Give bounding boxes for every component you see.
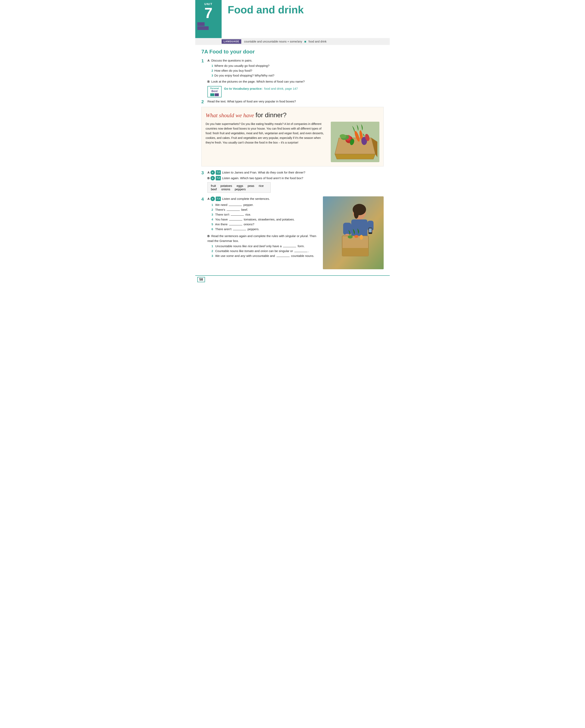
exercise-2-number: 2	[201, 99, 207, 105]
audio-label-7-2b: 7.2	[216, 176, 221, 180]
page-number: 58	[197, 277, 205, 282]
unit-steps-decoration	[195, 22, 222, 38]
italic-any: any	[240, 254, 245, 258]
italic-beef: beef	[259, 244, 265, 248]
svg-marker-1	[335, 154, 375, 159]
svg-marker-14	[212, 198, 213, 200]
title-area: Food and drink	[222, 0, 390, 38]
blank-4	[229, 220, 242, 220]
label-4b: B	[207, 234, 210, 238]
list-item: 2How often do you buy food?	[211, 68, 384, 73]
label-3b: B	[207, 176, 210, 181]
audio-button-7-3[interactable]	[210, 197, 215, 201]
food-beef: beef	[211, 187, 217, 191]
article-title-plain: for dinner?	[256, 111, 287, 119]
food-potatoes: potatoes	[220, 184, 232, 187]
audio-button-7-2a[interactable]	[210, 170, 215, 175]
exercise-1-questions: 1Where do you usually go food shopping? …	[207, 63, 384, 78]
exercise-4: 4 A 7.3 Listen and complete the sentence…	[201, 197, 319, 258]
label-b: B	[207, 80, 210, 83]
audio-label-7-3: 7.3	[216, 197, 221, 201]
italic-plural: plural	[300, 234, 308, 238]
exercise-2-content: Read the text. What types of food are ve…	[207, 99, 384, 104]
list-item: 4 You have tomatoes, strawberries, and p…	[211, 217, 319, 222]
exercise-3-content: A 7.2 Listen to James and Fran. What do …	[207, 170, 384, 194]
exercise-4-photo	[323, 197, 384, 269]
exercise-1b: B Look at the pictures on the page. Whic…	[207, 79, 384, 84]
food-eggs: eggs	[236, 184, 243, 187]
list-item: 3 We use some and any with uncountable a…	[211, 254, 319, 258]
blank-1	[229, 206, 242, 206]
vegetable-box-svg	[333, 122, 377, 162]
page-footer: 58	[195, 275, 390, 283]
label-4a: A	[207, 197, 210, 201]
language-badge: LANGUAGE	[222, 39, 241, 44]
unit-number: 7	[204, 6, 212, 20]
exercise-4-number: 4	[201, 197, 207, 202]
audio-label-7-2a: 7.2	[216, 170, 221, 175]
article-image	[331, 122, 379, 162]
exercise-4-area: 4 A 7.3 Listen and complete the sentence…	[201, 197, 384, 269]
svg-rect-30	[369, 228, 372, 232]
list-item: 6 There aren't peppers.	[211, 227, 319, 232]
food-rice: rice	[259, 184, 263, 187]
list-item: 1Where do you usually go food shopping?	[211, 63, 384, 68]
label-a: A	[207, 59, 210, 62]
list-item: 1 Uncountable nouns like rice and beef o…	[211, 244, 319, 249]
svg-marker-12	[212, 172, 213, 173]
food-peas: peas	[248, 184, 254, 187]
unit-box: UNIT 7	[195, 0, 222, 38]
article-body: Do you hate supermarkets? Do you like ea…	[206, 122, 379, 162]
article-text: Do you hate supermarkets? Do you like ea…	[206, 122, 328, 162]
italic-tomato: tomato	[245, 249, 254, 253]
list-item: 2 There's beef.	[211, 207, 319, 212]
blank-7	[283, 247, 296, 247]
blank-3	[231, 215, 244, 216]
vocab-link-area: Go to Vocabulary practice: food and drin…	[224, 86, 298, 90]
audio-button-7-2b[interactable]	[210, 176, 215, 180]
personal-best-row: Personal Best Go to Vocabulary practice:…	[201, 86, 384, 97]
blank-6	[233, 230, 246, 230]
exercise-3-number: 3	[201, 170, 207, 176]
italic-onion: onion	[260, 249, 268, 253]
exercise-1-content: A Discuss the questions in pairs. 1Where…	[207, 58, 384, 84]
italic-some: some	[226, 254, 234, 258]
woman-photo-svg	[323, 197, 384, 269]
svg-marker-13	[212, 178, 213, 179]
section-7a-heading: 7A Food to your door	[201, 49, 384, 55]
woman-photo	[323, 197, 384, 269]
food-onions: onions	[221, 187, 230, 191]
list-item: 5 Are there onions?	[211, 222, 319, 227]
food-fruit: fruit	[211, 184, 216, 187]
pb-label-2: Best	[209, 89, 220, 93]
exercise-4a-header: A 7.3 Listen and complete the sentences.	[207, 197, 319, 201]
exercise-2: 2 Read the text. What types of food are …	[201, 99, 384, 105]
food-peppers: peppers	[235, 187, 246, 191]
svg-point-28	[360, 235, 363, 240]
article-title-cursive: What should we have	[206, 112, 254, 119]
exercise-1-number: 1	[201, 58, 207, 64]
label-3a: A	[207, 170, 210, 175]
page-header: UNIT 7 Food and drink	[195, 0, 390, 38]
personal-best-badge: Personal Best	[207, 86, 222, 97]
vocab-link-detail: food and drink, page 147	[264, 87, 298, 90]
exercise-1a: A Discuss the questions in pairs.	[207, 58, 384, 63]
svg-point-27	[354, 235, 358, 238]
exercise-4-left: 4 A 7.3 Listen and complete the sentence…	[201, 197, 319, 269]
language-content: countable and uncountable nouns + some/a…	[244, 40, 327, 43]
exercise-1: 1 A Discuss the questions in pairs. 1Whe…	[201, 58, 384, 84]
exercise-4b-header: B Read the sentences again and complete …	[207, 234, 319, 243]
svg-rect-25	[342, 248, 368, 256]
exercise-4-sentences: 1 We need pepper. 2 There's beef. 3 Ther…	[207, 203, 319, 232]
pb-label-1: Personal	[209, 87, 220, 89]
list-item: 2 Countable nouns like tomato and onion …	[211, 249, 319, 254]
page-title: Food and drink	[228, 4, 386, 16]
blank-9	[277, 257, 290, 257]
exercise-4b-rules: 1 Uncountable nouns like rice and beef o…	[207, 244, 319, 258]
exercise-3b: B 7.2 Listen again. Which two types of f…	[207, 176, 384, 181]
exercise-2-text: Read the text. What types of food are ve…	[207, 99, 384, 104]
italic-singular: singular	[285, 234, 296, 238]
svg-point-26	[348, 235, 353, 238]
list-item: 3Do you enjoy food shopping? Why/Why not…	[211, 73, 384, 78]
language-bar: LANGUAGE countable and uncountable nouns…	[195, 38, 390, 45]
